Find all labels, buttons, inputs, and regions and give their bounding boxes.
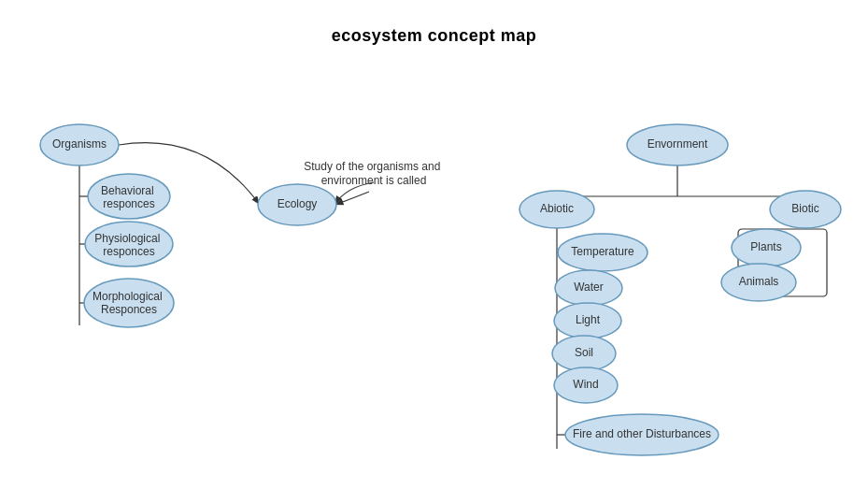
behavioral-label: Behavioral responces [101,184,157,210]
abiotic-label: Abiotic [540,202,574,215]
study-text-label: Study of the organisms and environment i… [304,160,443,187]
animals-label: Animals [739,275,779,288]
biotic-label: Biotic [791,202,818,215]
temperature-label: Temperature [571,245,634,258]
physiological-label: Physiological responces [94,232,163,258]
plants-label: Plants [750,240,781,253]
morphological-label: Morphological Responces [92,290,165,316]
soil-label: Soil [575,346,593,359]
organisms-label: Organisms [52,137,107,151]
wind-label: Wind [573,378,598,391]
fire-label: Fire and other Disturbances [573,427,711,440]
light-label: Light [576,313,601,326]
environment-label: Envornment [647,137,708,151]
water-label: Water [574,280,604,294]
concept-map: Organisms Behavioral responces Physiolog… [0,0,868,489]
ecology-label: Ecology [277,197,318,210]
